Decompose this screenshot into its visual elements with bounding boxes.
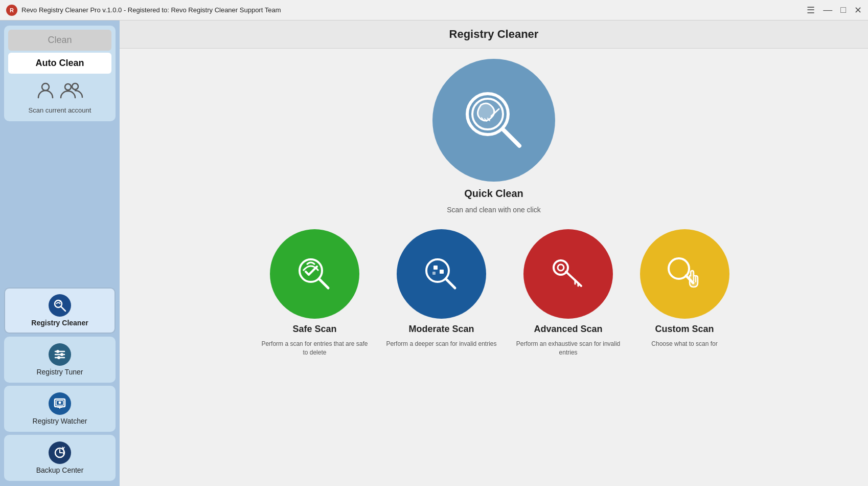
- quick-clean-name: Quick Clean: [464, 188, 523, 200]
- svg-line-4: [61, 307, 66, 312]
- quick-clean-desc: Scan and clean with one click: [447, 206, 541, 214]
- safe-scan-name: Safe Scan: [292, 324, 336, 335]
- registry-cleaner-icon: [49, 294, 71, 317]
- multi-user-icon: [60, 81, 83, 103]
- svg-point-8: [60, 353, 63, 356]
- safe-scan-desc: Perform a scan for entries that are safe…: [258, 340, 371, 357]
- maximize-button[interactable]: □: [840, 5, 846, 15]
- quick-clean-icon: [453, 79, 535, 161]
- registry-watcher-label: Registry Watcher: [33, 417, 87, 425]
- close-button[interactable]: ✕: [854, 5, 862, 16]
- advanced-scan-desc: Perform an exhaustive scan for invalid e…: [512, 340, 625, 357]
- advanced-scan-circle: [523, 229, 613, 319]
- titlebar-left: R Revo Registry Cleaner Pro v.1.0.0 - Re…: [6, 5, 281, 16]
- registry-tuner-icon: [49, 343, 71, 366]
- sidebar: Clean Auto Clean: [0, 20, 120, 486]
- quick-clean-section: Quick Clean Scan and clean with one clic…: [432, 59, 555, 214]
- safe-scan-option[interactable]: Safe Scan Perform a scan for entries tha…: [258, 229, 371, 357]
- sidebar-item-registry-cleaner[interactable]: Registry Cleaner: [4, 288, 116, 334]
- svg-point-13: [59, 402, 61, 404]
- minimize-button[interactable]: —: [823, 5, 832, 15]
- scan-icons: [36, 81, 83, 103]
- moderate-scan-desc: Perform a deeper scan for invalid entrie…: [386, 340, 496, 348]
- svg-rect-24: [440, 270, 444, 274]
- app-logo: R: [6, 5, 17, 16]
- moderate-scan-name: Moderate Scan: [408, 324, 474, 335]
- svg-rect-23: [433, 266, 438, 270]
- registry-cleaner-label: Registry Cleaner: [31, 319, 88, 327]
- content-header: Registry Cleaner: [120, 20, 868, 49]
- svg-line-22: [446, 279, 455, 288]
- custom-scan-circle: [640, 229, 729, 319]
- safe-scan-circle: [270, 229, 359, 319]
- custom-scan-desc: Choose what to scan for: [651, 340, 717, 348]
- titlebar: R Revo Registry Cleaner Pro v.1.0.0 - Re…: [0, 0, 868, 20]
- content-body: Quick Clean Scan and clean with one clic…: [120, 49, 868, 486]
- advanced-scan-name: Advanced Scan: [534, 324, 603, 335]
- backup-center-icon: [49, 441, 71, 464]
- titlebar-controls: ☰ — □ ✕: [807, 5, 862, 16]
- moderate-scan-option[interactable]: Moderate Scan Perform a deeper scan for …: [386, 229, 496, 348]
- svg-point-6: [56, 350, 59, 353]
- registry-watcher-icon: [49, 392, 71, 415]
- single-user-icon: [36, 81, 55, 103]
- sidebar-item-backup-center[interactable]: Backup Center: [4, 435, 116, 481]
- main-layout: Clean Auto Clean: [0, 20, 868, 486]
- sidebar-item-registry-watcher[interactable]: Registry Watcher: [4, 386, 116, 432]
- autoclean-button[interactable]: Auto Clean: [8, 53, 111, 74]
- content-area: Registry Cleaner Quick: [120, 20, 868, 486]
- content-title: Registry Cleaner: [130, 28, 858, 41]
- svg-point-1: [65, 84, 71, 90]
- svg-line-20: [319, 279, 328, 288]
- backup-center-label: Backup Center: [36, 466, 84, 474]
- svg-line-17: [503, 129, 519, 146]
- titlebar-title: Revo Registry Cleaner Pro v.1.0.0 - Regi…: [21, 6, 281, 14]
- svg-point-2: [72, 83, 78, 90]
- scan-account-label: Scan current account: [29, 106, 92, 114]
- custom-scan-option[interactable]: Custom Scan Choose what to scan for: [640, 229, 729, 348]
- nav-items: Registry Cleaner Registry Tuner: [4, 125, 116, 481]
- clean-button[interactable]: Clean: [8, 30, 111, 51]
- quick-clean-button[interactable]: [432, 59, 555, 182]
- svg-point-10: [57, 356, 60, 359]
- sidebar-item-registry-tuner[interactable]: Registry Tuner: [4, 337, 116, 383]
- custom-scan-name: Custom Scan: [655, 324, 714, 335]
- scan-options-row: Safe Scan Perform a scan for entries tha…: [258, 229, 729, 357]
- advanced-scan-option[interactable]: Advanced Scan Perform an exhaustive scan…: [512, 229, 625, 357]
- top-panel: Clean Auto Clean: [4, 26, 116, 121]
- svg-point-0: [42, 83, 49, 91]
- menu-icon[interactable]: ☰: [807, 5, 815, 16]
- moderate-scan-circle: [397, 229, 486, 319]
- registry-tuner-label: Registry Tuner: [36, 368, 83, 376]
- svg-rect-25: [432, 272, 436, 275]
- svg-point-27: [558, 264, 564, 271]
- scan-account-section: Scan current account: [8, 76, 111, 117]
